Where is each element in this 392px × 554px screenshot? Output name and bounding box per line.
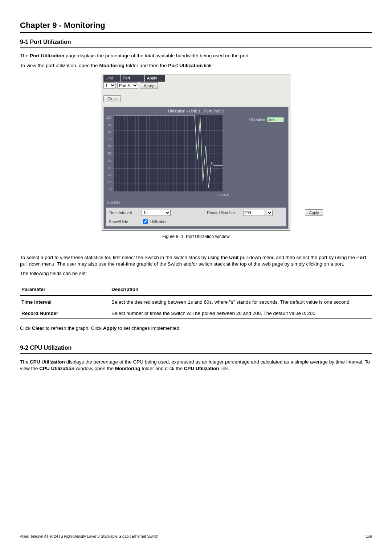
header-apply: Apply [145,75,166,82]
text-bold: CPU Utilization [30,359,65,365]
param-desc: Select number of times the Switch will b… [110,307,372,318]
section-9-1-p2: To view the port utilization, open the M… [20,62,372,69]
param-name: Record Number [20,307,110,318]
text: To view the port utilization, open the [20,63,99,68]
table-row: Time Interval Select the desired setting… [20,296,372,307]
text-bold: ort [360,255,366,260]
chapter-title: Chapter 9 - Monitoring [20,20,372,31]
chart-title: Utilization - Unit: 1 , Port: Port 5 [106,108,286,114]
record-number-input[interactable] [243,210,265,216]
param-desc: Select the desired setting between 1s an… [110,296,372,307]
text: folder and then the [124,63,168,68]
y-unit-label: Unit:(%) [107,200,286,205]
time-interval-label: Time Interval [109,210,142,216]
text: link. [219,366,229,371]
utilization-checkbox-label[interactable]: Utilization [142,218,207,225]
text-bold: Monitoring [115,366,140,371]
param-name: Time Interval [20,296,110,307]
chart-legend: Utilization 34% [249,117,284,122]
mid-p1: To select a port to view these statistic… [20,254,372,267]
text: The [20,53,30,58]
text: to set changes implemented. [117,325,180,331]
text: To select a port to view these statistic… [20,255,229,260]
unit-select[interactable]: 1 [103,82,116,89]
section-9-1-heading: 9-1 Port Utilization [20,38,372,46]
apply-button[interactable]: Apply [140,82,158,89]
table-row: Record Number Select number of times the… [20,307,372,318]
section-9-1-rule [20,47,372,48]
clear-button[interactable]: Clear [103,95,121,102]
figure-caption: Figure 9- 1. Port Utilization window [20,234,372,239]
port-utilization-window: Unit Port Apply 1 Port 5 Apply Clear Uti… [102,74,290,231]
mid-p2: The following fields can be set: [20,270,372,277]
text: to refresh the graph. Click [44,325,103,331]
text-bold: Clear [32,325,44,331]
text-bold: CPU Utilization [184,366,219,371]
header-port: Port [121,75,145,82]
text: link: [203,63,213,68]
showhide-label: Show/Hide [109,219,142,225]
chart-plot-area [114,115,222,192]
after-table-p: Click Clear to refresh the graph. Click … [20,325,372,332]
text: pull down menu. The user may also use th… [20,261,344,267]
text: The [20,359,30,365]
text-bold: CPU Utilization [39,366,74,371]
text: window, open the [74,366,115,371]
record-number-aux-select[interactable] [266,210,273,216]
time-interval-select[interactable]: 1s [142,210,171,216]
text: pull-down menu and then select the port … [239,255,360,260]
utilization-chart: Utilization - Unit: 1 , Port: Port 5 010… [103,107,289,229]
th-parameter: Parameter [20,284,110,295]
apply-button-2[interactable]: Apply [305,209,323,216]
section-9-1-p1: The Port Utilization page displays the p… [20,53,372,59]
chapter-rule [20,32,372,33]
header-unit: Unit [103,75,121,82]
text: page displays the percentage of the tota… [64,53,250,58]
footer-left: Allied Telesyn AT-9724TS High-Density La… [20,534,158,539]
section-9-2-rule [20,353,372,354]
record-number-label: Record Number [207,210,243,216]
text-bold: Port Utilization [168,63,203,68]
footer-page-number: 156 [366,534,372,539]
text: Click [20,325,32,331]
section-9-2-heading: 9-2 CPU Utilization [20,344,372,352]
th-description: Description [110,284,372,295]
y-axis: 0102030405060708090100 [106,115,111,192]
text-bold: Apply [103,325,117,331]
section-9-2-p1: The CPU Utilization displays the percent… [20,359,372,372]
text: Utilization [150,219,168,225]
legend-value: 34% [267,117,284,122]
utilization-checkbox[interactable] [143,219,148,224]
x-tick: 14:14:41 [217,193,230,197]
parameter-table: Parameter Description Time Interval Sele… [20,284,372,319]
text-bold: Port Utilization [30,53,64,58]
text: folder and click the [140,366,184,371]
legend-label: Utilization [249,118,265,123]
text-bold: Unit [229,255,238,260]
text-bold: Monitoring [99,63,124,68]
port-select[interactable]: Port 5 [117,82,138,89]
